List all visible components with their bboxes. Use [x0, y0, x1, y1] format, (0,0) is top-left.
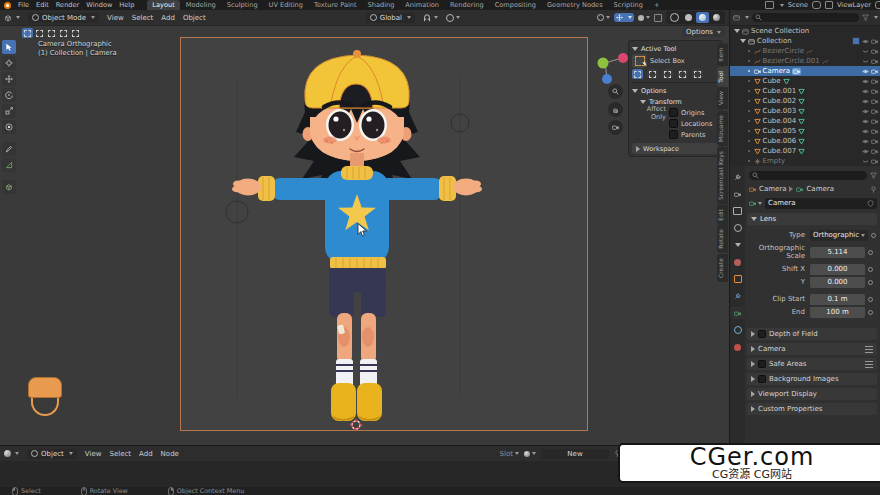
- sidebar-tab-create[interactable]: Create: [717, 254, 728, 282]
- capsule-widget[interactable]: [28, 377, 62, 416]
- workspace-tab-compositing[interactable]: Compositing: [490, 0, 541, 10]
- viewport-3d[interactable]: Camera Orthographic (1) Collection | Cam…: [0, 26, 729, 445]
- menu-edit[interactable]: Edit: [36, 1, 49, 9]
- workspace-tab-modeling[interactable]: Modeling: [181, 0, 221, 10]
- panel-select-intersect-button[interactable]: [692, 69, 703, 79]
- hide-icon[interactable]: [862, 58, 869, 65]
- outliner-row-beziercircle[interactable]: BezierCircle: [730, 46, 880, 56]
- clip-end-field[interactable]: 100 m: [810, 307, 865, 318]
- menu-node[interactable]: Node: [161, 450, 179, 458]
- datablock-name-field[interactable]: Camera: [765, 198, 877, 209]
- outliner-row-cube-005[interactable]: Cube.005: [730, 126, 880, 136]
- workspace-section-header[interactable]: Workspace: [632, 143, 719, 154]
- tab-tool[interactable]: [730, 171, 745, 183]
- outliner-row-collection[interactable]: Collection: [730, 36, 880, 46]
- workspace-tab-shading[interactable]: Shading: [363, 0, 400, 10]
- safe-areas-checkbox[interactable]: [758, 360, 766, 368]
- sidebar-tab-mizuame[interactable]: Mizuame: [717, 111, 728, 146]
- shading-rendered-button[interactable]: [710, 12, 723, 23]
- menu-object[interactable]: Object: [183, 14, 206, 22]
- menu-render[interactable]: Render: [56, 1, 79, 9]
- section-background-images[interactable]: Background Images: [747, 373, 877, 385]
- lens-panel-header[interactable]: Lens: [747, 213, 877, 225]
- shift-x-field[interactable]: 0.000: [810, 264, 865, 275]
- new-material-button[interactable]: New: [541, 449, 609, 459]
- hide-icon[interactable]: [862, 48, 869, 55]
- new-viewlayer-icon[interactable]: [875, 1, 880, 9]
- tab-constraints[interactable]: [730, 341, 745, 353]
- tool-measure[interactable]: [2, 158, 16, 172]
- viewlayer-selector[interactable]: ViewLayer: [837, 1, 871, 9]
- transform-orientation-dropdown[interactable]: Global: [366, 13, 415, 23]
- keyframe-dot[interactable]: [868, 310, 873, 315]
- outliner-row-cube-007[interactable]: Cube.007: [730, 146, 880, 156]
- menu-add[interactable]: Add: [139, 450, 153, 458]
- menu-window[interactable]: Window: [86, 1, 112, 9]
- character-model[interactable]: [180, 37, 588, 431]
- workspace-tab-sculpting[interactable]: Sculpting: [222, 0, 263, 10]
- editor-type-button[interactable]: [4, 14, 20, 22]
- tool-move[interactable]: [2, 72, 16, 86]
- display-mode-caret[interactable]: [745, 16, 749, 19]
- sidebar-tab-screencast-keys[interactable]: Screencast Keys: [717, 147, 728, 204]
- keyframe-dot[interactable]: [868, 297, 873, 302]
- menu-view[interactable]: View: [107, 14, 124, 22]
- breadcrumb-object[interactable]: Camera: [759, 185, 786, 193]
- render-visibility-icon[interactable]: [871, 58, 878, 65]
- keyframe-dot[interactable]: [868, 280, 873, 285]
- sidebar-tab-edit[interactable]: Edit: [717, 205, 728, 225]
- workspace-tab-texture-paint[interactable]: Texture Paint: [309, 0, 362, 10]
- shading-material-button[interactable]: [696, 12, 709, 23]
- tool-3d-cursor[interactable]: [2, 56, 16, 70]
- menu-view[interactable]: View: [85, 450, 102, 458]
- tool-transform[interactable]: [2, 120, 16, 134]
- overlays-dropdown[interactable]: [638, 15, 650, 21]
- render-visibility-icon[interactable]: [871, 38, 878, 45]
- tab-scene[interactable]: [730, 239, 745, 251]
- outliner-row-scene-collection[interactable]: Scene Collection: [730, 26, 880, 36]
- tab-output[interactable]: [730, 205, 745, 217]
- select-box-tool-button[interactable]: [632, 54, 647, 68]
- tool-rotate[interactable]: [2, 88, 16, 102]
- cursor-3d-widget[interactable]: [350, 419, 363, 432]
- render-visibility-icon[interactable]: [871, 48, 878, 55]
- outliner-row-cube-004[interactable]: Cube.004: [730, 116, 880, 126]
- menu-add[interactable]: Add: [161, 14, 175, 22]
- shader-mode-dropdown[interactable]: Object: [27, 449, 77, 459]
- pan-button[interactable]: [608, 102, 623, 117]
- select-mode-intersect-button[interactable]: [70, 28, 81, 38]
- tab-world[interactable]: [730, 256, 745, 268]
- shift-y-field[interactable]: 0.000: [810, 277, 865, 288]
- shading-wireframe-button[interactable]: [668, 12, 681, 23]
- tool-add-cube[interactable]: [2, 180, 16, 194]
- sidebar-tab-tool[interactable]: Tool: [717, 67, 728, 87]
- outliner-row-cube[interactable]: Cube: [730, 76, 880, 86]
- keyframe-dot[interactable]: [871, 233, 876, 238]
- fake-user-shield-icon[interactable]: [867, 200, 874, 207]
- properties-filter-icon[interactable]: [870, 172, 877, 179]
- outliner-row-cube-006[interactable]: Cube.006: [730, 136, 880, 146]
- clip-start-field[interactable]: 0.1 m: [810, 294, 865, 305]
- workspace-tab-animation[interactable]: Animation: [400, 0, 444, 10]
- render-visibility-icon[interactable]: [871, 68, 878, 75]
- workspace-tab-geometry-nodes[interactable]: Geometry Nodes: [542, 0, 608, 10]
- hide-icon[interactable]: [862, 68, 869, 75]
- hide-icon[interactable]: [862, 148, 869, 155]
- breadcrumb-data[interactable]: Camera: [806, 185, 833, 193]
- workspace-tab-uv-editing[interactable]: UV Editing: [264, 0, 308, 10]
- mode-dropdown[interactable]: Object Mode: [28, 13, 99, 23]
- gizmo-axis-x[interactable]: [618, 53, 628, 63]
- shading-solid-button[interactable]: [682, 12, 695, 23]
- filter-icon[interactable]: [862, 14, 869, 21]
- section-viewport-display[interactable]: Viewport Display: [747, 388, 877, 400]
- scene-selector[interactable]: Scene: [788, 1, 808, 9]
- hide-icon[interactable]: [862, 108, 869, 115]
- tool-annotate[interactable]: [2, 142, 16, 156]
- material-icon-dropdown[interactable]: [524, 451, 536, 457]
- editor-type-button[interactable]: [4, 450, 19, 457]
- outliner-row-camera[interactable]: Camera: [730, 66, 880, 76]
- filter-caret[interactable]: [874, 16, 878, 19]
- snapping-toggle[interactable]: [423, 14, 438, 22]
- xray-toggle[interactable]: [654, 14, 662, 22]
- origins-checkbox[interactable]: [669, 108, 678, 117]
